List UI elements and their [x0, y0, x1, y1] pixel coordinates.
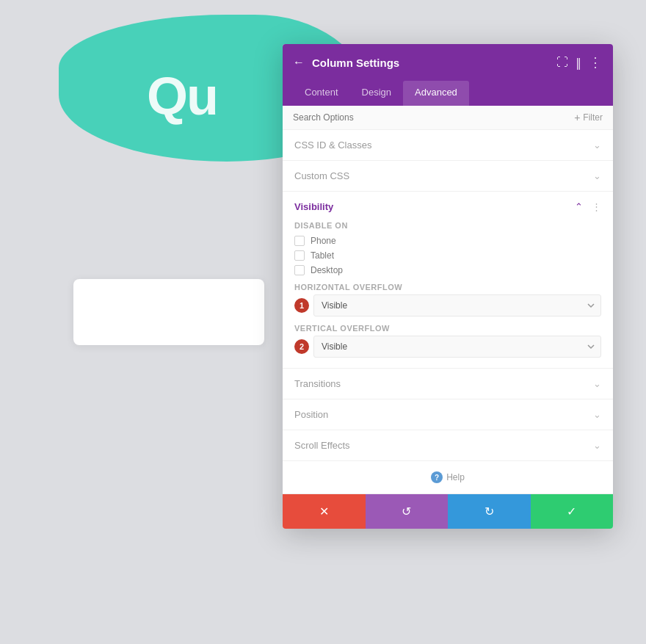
disable-on-label: Disable on [294, 221, 601, 230]
chevron-down-icon: ⌄ [593, 440, 601, 451]
horizontal-overflow-group: Horizontal Overflow 1 Visible Hidden Scr… [294, 283, 601, 316]
custom-css-label: Custom CSS [294, 170, 349, 181]
chevron-down-icon: ⌄ [593, 140, 601, 151]
horizontal-overflow-label-text: Horizontal Overflow [294, 283, 402, 292]
section-css-id-classes[interactable]: CSS ID & Classes ⌄ [283, 130, 613, 161]
filter-label: Filter [583, 112, 603, 123]
vertical-overflow-label-text: Vertical Overflow [294, 324, 390, 333]
visibility-header[interactable]: Visibility ⌃ ⋮ [283, 192, 613, 218]
vertical-overflow-select[interactable]: Visible Hidden Scroll Auto [313, 336, 601, 358]
search-bar: + Filter [283, 106, 613, 130]
tab-advanced[interactable]: Advanced [403, 81, 469, 106]
cancel-button[interactable]: ✕ [283, 494, 366, 529]
section-scroll-effects[interactable]: Scroll Effects ⌄ [283, 430, 613, 461]
visibility-actions: ⌃ ⋮ [575, 201, 601, 212]
visibility-content: Disable on Phone Tablet Desktop Horizont… [283, 218, 613, 368]
help-row: ? Help [283, 461, 613, 493]
section-position[interactable]: Position ⌄ [283, 399, 613, 430]
vertical-overflow-label: Vertical Overflow [294, 324, 601, 333]
tabs-container: Content Design Advanced [283, 81, 613, 106]
canvas-card-1 [73, 279, 264, 345]
section-visibility: Visibility ⌃ ⋮ Disable on Phone Tablet [283, 192, 613, 369]
panel-header: ← Column Settings ⛶ ‖ ⋮ [283, 44, 613, 81]
filter-button[interactable]: + Filter [574, 112, 603, 123]
horizontal-overflow-label: Horizontal Overflow [294, 283, 601, 292]
horizontal-overflow-select[interactable]: Visible Hidden Scroll Auto [313, 294, 601, 316]
section-custom-css[interactable]: Custom CSS ⌄ [283, 161, 613, 192]
checkbox-desktop-row: Desktop [294, 265, 601, 275]
save-button[interactable]: ✓ [531, 494, 614, 529]
search-input[interactable] [293, 112, 570, 123]
badge-2: 2 [294, 339, 309, 354]
chevron-up-icon: ⌃ [575, 201, 583, 212]
more-options-icon[interactable]: ⋮ [589, 54, 603, 70]
css-id-classes-label: CSS ID & Classes [294, 140, 371, 151]
help-icon[interactable]: ? [431, 471, 443, 483]
panel-footer: ✕ ↺ ↻ ✓ [283, 493, 613, 529]
chevron-down-icon: ⌄ [593, 170, 601, 181]
plus-icon: + [574, 112, 580, 123]
column-settings-panel: ← Column Settings ⛶ ‖ ⋮ Content Design A… [283, 44, 613, 529]
checkbox-desktop-label: Desktop [311, 265, 343, 275]
header-icons: ⛶ ‖ ⋮ [556, 54, 603, 70]
section-transitions[interactable]: Transitions ⌄ [283, 369, 613, 399]
checkbox-desktop[interactable] [294, 265, 305, 275]
checkbox-tablet-row: Tablet [294, 250, 601, 261]
redo-button[interactable]: ↻ [448, 494, 531, 529]
undo-button[interactable]: ↺ [366, 494, 449, 529]
checkbox-tablet[interactable] [294, 250, 305, 261]
back-button[interactable]: ← [293, 56, 305, 69]
transitions-label: Transitions [294, 378, 341, 389]
checkbox-phone-label: Phone [311, 236, 336, 246]
visibility-label: Visibility [294, 201, 333, 212]
position-label: Position [294, 409, 328, 420]
columns-icon[interactable]: ‖ [576, 56, 581, 70]
fullscreen-icon[interactable]: ⛶ [556, 56, 568, 69]
scroll-effects-label: Scroll Effects [294, 440, 350, 451]
tab-content[interactable]: Content [293, 81, 350, 106]
vertical-overflow-group: Vertical Overflow 2 Visible Hidden Scrol… [294, 324, 601, 358]
checkbox-phone-row: Phone [294, 236, 601, 246]
chevron-down-icon: ⌄ [593, 409, 601, 420]
badge-1: 1 [294, 298, 309, 313]
checkbox-tablet-label: Tablet [311, 250, 334, 261]
chevron-down-icon: ⌄ [593, 378, 601, 389]
help-label: Help [446, 472, 465, 482]
checkbox-phone[interactable] [294, 236, 305, 246]
more-icon[interactable]: ⋮ [592, 201, 601, 212]
tab-design[interactable]: Design [350, 81, 403, 106]
canvas-text-partial: Qu [147, 66, 217, 126]
panel-body: CSS ID & Classes ⌄ Custom CSS ⌄ Visibili… [283, 130, 613, 493]
panel-title: Column Settings [312, 57, 549, 69]
